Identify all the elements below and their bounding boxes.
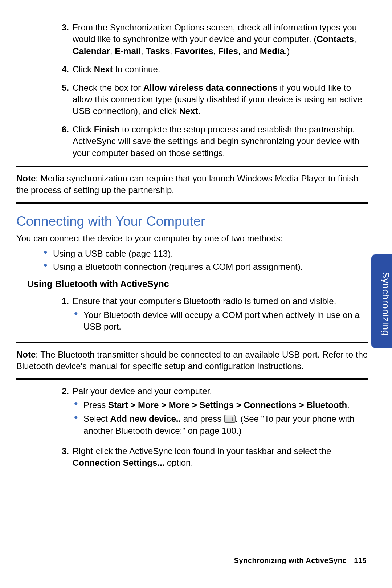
divider <box>16 202 368 204</box>
step-number: 5. <box>53 82 73 117</box>
step-text: Click Next to continue. <box>73 64 368 75</box>
step-text: Ensure that your computer's Bluetooth ra… <box>73 296 336 306</box>
list-item: Select Add new device.. and press . (See… <box>73 413 368 437</box>
note-media-sync: Note: Media synchronization can require … <box>16 173 368 196</box>
footer-title: Synchronizing with ActiveSync <box>234 556 347 564</box>
action-button-icon <box>224 415 236 423</box>
step-number: 4. <box>53 64 73 75</box>
list-item: Press Start > More > More > Settings > C… <box>73 399 368 411</box>
connection-methods-list: Using a USB cable (page 113).Using a Blu… <box>16 248 368 273</box>
step-text: Pair your device and your computer. <box>73 386 212 396</box>
step-number: 6. <box>53 124 73 159</box>
note-bluetooth-transmitter: Note: The Bluetooth transmitter should b… <box>16 349 368 372</box>
page-number: 115 <box>354 556 367 564</box>
section-heading-connecting: Connecting with Your Computer <box>16 212 368 230</box>
step-text: Check the box for Allow wireless data co… <box>73 82 368 117</box>
bluetooth-steps-2-3: 2. Pair your device and your computer. P… <box>16 385 368 469</box>
list-item: Using a Bluetooth connection (requires a… <box>44 261 368 273</box>
step-number: 1. <box>53 295 73 335</box>
subheading-bluetooth-activesync: Using Bluetooth with ActiveSync <box>27 278 368 290</box>
divider <box>16 166 368 167</box>
steps-3-6: 3.From the Synchronization Options scree… <box>16 22 368 159</box>
section-tab-synchronizing: Synchronizing <box>371 254 392 348</box>
page-footer: Synchronizing with ActiveSync 115 <box>234 556 367 565</box>
divider <box>16 378 368 380</box>
divider <box>16 342 368 343</box>
step-text: From the Synchronization Options screen,… <box>73 22 368 57</box>
list-item: Using a USB cable (page 113). <box>44 248 368 260</box>
bluetooth-step-1: 1. Ensure that your computer's Bluetooth… <box>16 295 368 335</box>
list-item: Your Bluetooth device will occupy a COM … <box>73 309 368 333</box>
step-number: 2. <box>53 385 73 439</box>
section-intro: You can connect the device to your compu… <box>16 233 368 244</box>
step-text: Right-click the ActiveSync icon found in… <box>73 445 368 469</box>
step-text: Click Finish to complete the setup proce… <box>73 124 368 159</box>
step-number: 3. <box>53 445 73 469</box>
step-number: 3. <box>53 22 73 57</box>
